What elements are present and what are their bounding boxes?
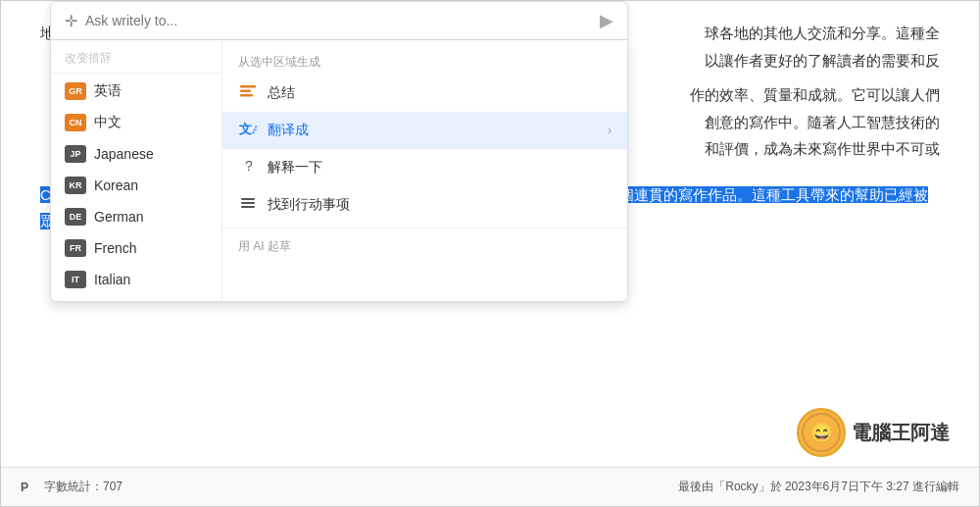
section-from-selection: 从选中区域生成 xyxy=(222,50,627,75)
lang-label-gr: 英语 xyxy=(94,82,122,100)
drag-icon: ✛ xyxy=(65,12,77,30)
menu-label-action: 找到行动事项 xyxy=(268,196,350,214)
menu-label-explain: 解释一下 xyxy=(268,159,322,177)
lang-item-de[interactable]: DE German xyxy=(51,201,221,232)
main-dropdown: 改变措辞 GR 英语 CN 中文 JP Japanese KR Korean D… xyxy=(50,40,628,302)
lang-item-it[interactable]: IT Italian xyxy=(51,264,221,295)
word-count: 字數統計：707 xyxy=(44,479,122,495)
send-icon[interactable]: ▶ xyxy=(600,10,613,31)
lang-label-fr: French xyxy=(94,240,137,256)
lang-item-cn[interactable]: CN 中文 xyxy=(51,107,221,138)
svg-rect-4 xyxy=(240,94,253,97)
lang-item-fr[interactable]: FR French xyxy=(51,232,221,264)
menu-icon-summarize xyxy=(238,82,258,104)
lang-item-gr[interactable]: GR 英语 xyxy=(51,76,221,107)
lang-label-de: German xyxy=(94,209,144,225)
menu-icon-action xyxy=(238,194,258,216)
right-menu-panel: 从选中区域生成 总结 文A 翻译成 › ? 解释一下 找到行动事项 用 AI 起… xyxy=(222,40,627,301)
lang-item-kr[interactable]: KR Korean xyxy=(51,170,221,201)
lang-badge-kr: KR xyxy=(65,177,86,194)
menu-item-summarize[interactable]: 总结 xyxy=(222,75,627,112)
editor-text-top-right1: 球各地的其他人交流和分享。這種全 xyxy=(705,21,940,46)
menu-item-action[interactable]: 找到行动事项 xyxy=(222,186,627,224)
menu-arrow-translate: › xyxy=(608,124,612,137)
menu-icon-explain: ? xyxy=(238,157,258,178)
lang-label-kr: Korean xyxy=(94,177,138,193)
menu-list: 总结 文A 翻译成 › ? 解释一下 找到行动事项 xyxy=(222,75,627,224)
dropdown-overlay: ✛ ▶ 改变措辞 GR 英语 CN 中文 JP Japanes xyxy=(50,1,628,302)
svg-text:?: ? xyxy=(245,158,253,174)
paragraph-label: P xyxy=(21,481,28,494)
menu-item-explain[interactable]: ? 解释一下 xyxy=(222,149,627,186)
ask-bar[interactable]: ✛ ▶ xyxy=(50,1,628,40)
menu-divider xyxy=(222,228,627,228)
menu-label-translate: 翻译成 xyxy=(268,122,309,139)
lang-badge-it: IT xyxy=(65,271,86,288)
lang-label-cn: 中文 xyxy=(94,114,122,131)
status-bar: P 字數統計：707 最後由「Rocky」於 2023年6月7日下午 3:27 … xyxy=(1,467,979,506)
lang-badge-de: DE xyxy=(65,208,86,226)
svg-text:😄: 😄 xyxy=(809,421,834,444)
editor-text-mid-right1: 作的效率、質量和成就。它可以讓人們 xyxy=(690,82,940,108)
svg-text:文A: 文A xyxy=(239,122,257,136)
menu-icon-translate: 文A xyxy=(238,120,258,141)
watermark-label: 電腦王阿達 xyxy=(852,420,950,446)
lang-badge-fr: FR xyxy=(65,239,86,257)
svg-rect-2 xyxy=(240,85,256,88)
language-list: GR 英语 CN 中文 JP Japanese KR Korean DE Ger… xyxy=(51,76,221,295)
ask-input[interactable] xyxy=(85,13,592,28)
editor-text-top-right2: 以讓作者更好的了解讀者的需要和反 xyxy=(705,48,940,74)
lang-badge-jp: JP xyxy=(65,145,86,163)
lang-label-it: Italian xyxy=(94,272,130,287)
editor-text-mid-right3: 和評價，成為未來寫作世界中不可或 xyxy=(705,136,940,162)
lang-item-previous[interactable]: 改变措辞 xyxy=(51,46,221,71)
svg-rect-7 xyxy=(241,198,255,200)
lang-badge-gr: GR xyxy=(65,82,86,100)
watermark: 😄 電腦王阿達 xyxy=(797,408,950,457)
lang-label-jp: Japanese xyxy=(94,146,154,162)
menu-label-summarize: 总结 xyxy=(268,84,295,102)
editor-text-mid-right2: 創意的寫作中。隨著人工智慧技術的 xyxy=(705,110,940,135)
svg-rect-3 xyxy=(240,90,251,93)
lang-item-jp[interactable]: JP Japanese xyxy=(51,138,221,170)
section-ai-draft: 用 AI 起草 xyxy=(222,232,627,257)
lang-badge-cn: CN xyxy=(65,114,86,131)
watermark-icon: 😄 xyxy=(797,408,846,457)
editor-window: 地寫作，自由 球各地的其他人交流和分享。這種全 以讓作者更好的了解讀者的需要和反… xyxy=(0,0,980,507)
svg-rect-9 xyxy=(241,206,255,208)
last-edit: 最後由「Rocky」於 2023年6月7日下午 3:27 進行編輯 xyxy=(678,479,959,495)
language-panel: 改变措辞 GR 英语 CN 中文 JP Japanese KR Korean D… xyxy=(51,40,222,301)
svg-rect-8 xyxy=(241,202,255,204)
menu-item-translate[interactable]: 文A 翻译成 › xyxy=(222,112,627,149)
